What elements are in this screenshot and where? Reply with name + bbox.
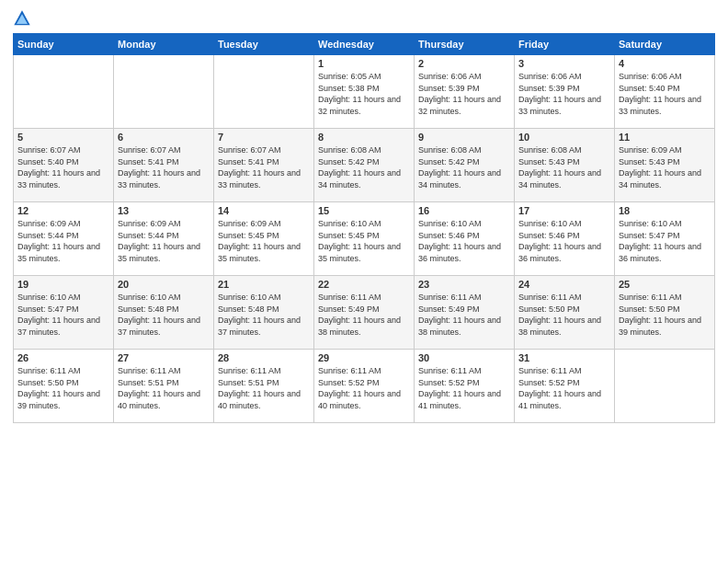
calendar-cell: 17 Sunrise: 6:10 AMSunset: 5:46 PMDaylig… bbox=[515, 202, 615, 276]
calendar-cell: 25 Sunrise: 6:11 AMSunset: 5:50 PMDaylig… bbox=[615, 276, 715, 350]
day-info: Sunrise: 6:11 AMSunset: 5:52 PMDaylight:… bbox=[418, 365, 510, 411]
weekday-header-tuesday: Tuesday bbox=[214, 34, 314, 55]
calendar-cell: 2 Sunrise: 6:06 AMSunset: 5:39 PMDayligh… bbox=[415, 55, 515, 129]
day-info: Sunrise: 6:07 AMSunset: 5:40 PMDaylight:… bbox=[17, 144, 109, 190]
day-info: Sunrise: 6:08 AMSunset: 5:42 PMDaylight:… bbox=[418, 144, 510, 190]
day-info: Sunrise: 6:06 AMSunset: 5:40 PMDaylight:… bbox=[619, 71, 711, 117]
calendar-cell: 9 Sunrise: 6:08 AMSunset: 5:42 PMDayligh… bbox=[415, 129, 515, 202]
header bbox=[13, 9, 715, 28]
day-info: Sunrise: 6:11 AMSunset: 5:52 PMDaylight:… bbox=[518, 365, 610, 411]
weekday-header-thursday: Thursday bbox=[415, 34, 515, 55]
calendar-cell: 3 Sunrise: 6:06 AMSunset: 5:39 PMDayligh… bbox=[515, 55, 615, 129]
day-info: Sunrise: 6:07 AMSunset: 5:41 PMDaylight:… bbox=[218, 144, 310, 190]
day-number: 2 bbox=[418, 58, 510, 69]
calendar-cell bbox=[14, 55, 114, 129]
week-row-2: 5 Sunrise: 6:07 AMSunset: 5:40 PMDayligh… bbox=[14, 129, 715, 202]
day-number: 21 bbox=[218, 279, 310, 290]
calendar-cell: 23 Sunrise: 6:11 AMSunset: 5:49 PMDaylig… bbox=[415, 276, 515, 350]
day-number: 16 bbox=[418, 205, 510, 216]
day-number: 29 bbox=[318, 352, 410, 363]
calendar-cell: 16 Sunrise: 6:10 AMSunset: 5:46 PMDaylig… bbox=[415, 202, 515, 276]
day-number: 31 bbox=[518, 352, 610, 363]
day-number: 10 bbox=[518, 132, 610, 143]
day-info: Sunrise: 6:10 AMSunset: 5:48 PMDaylight:… bbox=[118, 292, 210, 338]
calendar-cell: 4 Sunrise: 6:06 AMSunset: 5:40 PMDayligh… bbox=[615, 55, 715, 129]
day-info: Sunrise: 6:06 AMSunset: 5:39 PMDaylight:… bbox=[518, 71, 610, 117]
calendar-cell: 28 Sunrise: 6:11 AMSunset: 5:51 PMDaylig… bbox=[214, 350, 314, 423]
calendar-cell: 21 Sunrise: 6:10 AMSunset: 5:48 PMDaylig… bbox=[214, 276, 314, 350]
weekday-header-saturday: Saturday bbox=[615, 34, 715, 55]
day-info: Sunrise: 6:09 AMSunset: 5:44 PMDaylight:… bbox=[118, 218, 210, 264]
calendar-cell: 7 Sunrise: 6:07 AMSunset: 5:41 PMDayligh… bbox=[214, 129, 314, 202]
calendar-cell: 14 Sunrise: 6:09 AMSunset: 5:45 PMDaylig… bbox=[214, 202, 314, 276]
calendar-cell: 19 Sunrise: 6:10 AMSunset: 5:47 PMDaylig… bbox=[14, 276, 114, 350]
calendar-cell: 15 Sunrise: 6:10 AMSunset: 5:45 PMDaylig… bbox=[314, 202, 415, 276]
logo bbox=[13, 9, 35, 28]
day-number: 5 bbox=[17, 132, 109, 143]
day-number: 11 bbox=[619, 132, 711, 143]
calendar-cell bbox=[214, 55, 314, 129]
calendar-cell: 20 Sunrise: 6:10 AMSunset: 5:48 PMDaylig… bbox=[114, 276, 214, 350]
page: SundayMondayTuesdayWednesdayThursdayFrid… bbox=[0, 0, 728, 563]
day-info: Sunrise: 6:05 AMSunset: 5:38 PMDaylight:… bbox=[318, 71, 410, 117]
calendar-cell: 18 Sunrise: 6:10 AMSunset: 5:47 PMDaylig… bbox=[615, 202, 715, 276]
day-info: Sunrise: 6:09 AMSunset: 5:45 PMDaylight:… bbox=[218, 218, 310, 264]
week-row-1: 1 Sunrise: 6:05 AMSunset: 5:38 PMDayligh… bbox=[14, 55, 715, 129]
day-number: 12 bbox=[17, 205, 109, 216]
day-number: 14 bbox=[218, 205, 310, 216]
day-number: 18 bbox=[619, 205, 711, 216]
calendar-cell: 31 Sunrise: 6:11 AMSunset: 5:52 PMDaylig… bbox=[515, 350, 615, 423]
calendar-cell: 1 Sunrise: 6:05 AMSunset: 5:38 PMDayligh… bbox=[314, 55, 415, 129]
calendar-cell: 27 Sunrise: 6:11 AMSunset: 5:51 PMDaylig… bbox=[114, 350, 214, 423]
day-info: Sunrise: 6:09 AMSunset: 5:44 PMDaylight:… bbox=[17, 218, 109, 264]
calendar-cell: 30 Sunrise: 6:11 AMSunset: 5:52 PMDaylig… bbox=[415, 350, 515, 423]
calendar-cell: 13 Sunrise: 6:09 AMSunset: 5:44 PMDaylig… bbox=[114, 202, 214, 276]
calendar-cell: 26 Sunrise: 6:11 AMSunset: 5:50 PMDaylig… bbox=[14, 350, 114, 423]
day-number: 1 bbox=[318, 58, 410, 69]
calendar-cell: 29 Sunrise: 6:11 AMSunset: 5:52 PMDaylig… bbox=[314, 350, 415, 423]
day-info: Sunrise: 6:10 AMSunset: 5:46 PMDaylight:… bbox=[418, 218, 510, 264]
calendar-table: SundayMondayTuesdayWednesdayThursdayFrid… bbox=[13, 33, 715, 423]
calendar-cell: 12 Sunrise: 6:09 AMSunset: 5:44 PMDaylig… bbox=[14, 202, 114, 276]
weekday-header-row: SundayMondayTuesdayWednesdayThursdayFrid… bbox=[14, 34, 715, 55]
day-number: 25 bbox=[619, 279, 711, 290]
day-info: Sunrise: 6:11 AMSunset: 5:49 PMDaylight:… bbox=[318, 292, 410, 338]
day-info: Sunrise: 6:07 AMSunset: 5:41 PMDaylight:… bbox=[118, 144, 210, 190]
day-number: 24 bbox=[518, 279, 610, 290]
day-number: 26 bbox=[17, 352, 109, 363]
day-info: Sunrise: 6:11 AMSunset: 5:52 PMDaylight:… bbox=[318, 365, 410, 411]
calendar-cell: 24 Sunrise: 6:11 AMSunset: 5:50 PMDaylig… bbox=[515, 276, 615, 350]
day-number: 13 bbox=[118, 205, 210, 216]
day-number: 23 bbox=[418, 279, 510, 290]
weekday-header-monday: Monday bbox=[114, 34, 214, 55]
day-info: Sunrise: 6:10 AMSunset: 5:47 PMDaylight:… bbox=[17, 292, 109, 338]
week-row-3: 12 Sunrise: 6:09 AMSunset: 5:44 PMDaylig… bbox=[14, 202, 715, 276]
calendar-cell: 8 Sunrise: 6:08 AMSunset: 5:42 PMDayligh… bbox=[314, 129, 415, 202]
day-info: Sunrise: 6:10 AMSunset: 5:47 PMDaylight:… bbox=[619, 218, 711, 264]
day-number: 15 bbox=[318, 205, 410, 216]
calendar-cell: 22 Sunrise: 6:11 AMSunset: 5:49 PMDaylig… bbox=[314, 276, 415, 350]
day-info: Sunrise: 6:10 AMSunset: 5:48 PMDaylight:… bbox=[218, 292, 310, 338]
day-number: 6 bbox=[118, 132, 210, 143]
day-info: Sunrise: 6:11 AMSunset: 5:50 PMDaylight:… bbox=[17, 365, 109, 411]
day-info: Sunrise: 6:11 AMSunset: 5:50 PMDaylight:… bbox=[619, 292, 711, 338]
day-info: Sunrise: 6:10 AMSunset: 5:45 PMDaylight:… bbox=[318, 218, 410, 264]
day-info: Sunrise: 6:11 AMSunset: 5:51 PMDaylight:… bbox=[118, 365, 210, 411]
day-number: 20 bbox=[118, 279, 210, 290]
day-number: 19 bbox=[17, 279, 109, 290]
calendar-cell: 5 Sunrise: 6:07 AMSunset: 5:40 PMDayligh… bbox=[14, 129, 114, 202]
day-info: Sunrise: 6:08 AMSunset: 5:43 PMDaylight:… bbox=[518, 144, 610, 190]
day-info: Sunrise: 6:06 AMSunset: 5:39 PMDaylight:… bbox=[418, 71, 510, 117]
day-number: 9 bbox=[418, 132, 510, 143]
week-row-4: 19 Sunrise: 6:10 AMSunset: 5:47 PMDaylig… bbox=[14, 276, 715, 350]
day-info: Sunrise: 6:09 AMSunset: 5:43 PMDaylight:… bbox=[619, 144, 711, 190]
day-number: 7 bbox=[218, 132, 310, 143]
day-number: 17 bbox=[518, 205, 610, 216]
day-info: Sunrise: 6:11 AMSunset: 5:49 PMDaylight:… bbox=[418, 292, 510, 338]
weekday-header-wednesday: Wednesday bbox=[314, 34, 415, 55]
calendar-cell: 11 Sunrise: 6:09 AMSunset: 5:43 PMDaylig… bbox=[615, 129, 715, 202]
day-number: 27 bbox=[118, 352, 210, 363]
day-info: Sunrise: 6:10 AMSunset: 5:46 PMDaylight:… bbox=[518, 218, 610, 264]
week-row-5: 26 Sunrise: 6:11 AMSunset: 5:50 PMDaylig… bbox=[14, 350, 715, 423]
day-info: Sunrise: 6:08 AMSunset: 5:42 PMDaylight:… bbox=[318, 144, 410, 190]
